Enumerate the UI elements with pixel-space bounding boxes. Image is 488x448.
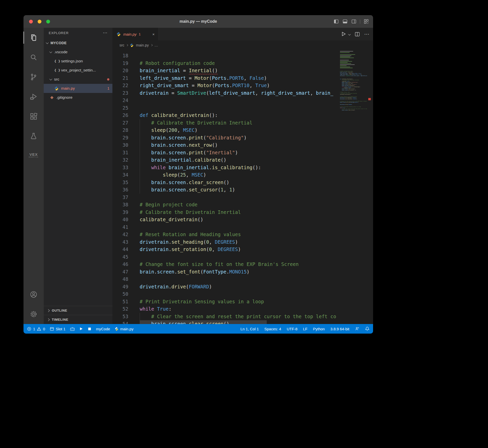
explorer-more-actions-icon[interactable]: ⋯ bbox=[103, 30, 108, 36]
project-name[interactable]: myCode bbox=[96, 327, 110, 331]
code-line[interactable]: 47brain.screen.set_font(FontType.MONO15) bbox=[112, 268, 373, 276]
code-line[interactable]: 29 brain.screen.print("Calibrating") bbox=[112, 134, 373, 142]
code-line[interactable]: 33 while brain_inertial.is_calibrating()… bbox=[112, 164, 373, 171]
code-line[interactable]: 41 bbox=[112, 223, 373, 231]
code-line[interactable]: 20brain_inertial = Inertial() bbox=[112, 67, 373, 74]
breadcrumb-main-py[interactable]: main.py bbox=[130, 43, 149, 47]
code-line[interactable]: 43drivetrain.set_heading(0, DEGREES) bbox=[112, 238, 373, 246]
code-line[interactable]: 54 brain.screen.clear_screen() bbox=[112, 320, 373, 324]
code-lines: 1819# Robot configuration code20brain_in… bbox=[112, 50, 373, 324]
code-token: brain bbox=[151, 135, 166, 140]
code-line[interactable]: 32 brain_inertial.calibrate() bbox=[112, 156, 373, 164]
code-line[interactable]: 50 bbox=[112, 290, 373, 298]
code-line[interactable]: 48 bbox=[112, 276, 373, 283]
zoom-window-button[interactable] bbox=[46, 20, 50, 23]
activity-extensions[interactable] bbox=[23, 107, 44, 126]
tree-file-main-py[interactable]: main.py 1 bbox=[44, 84, 112, 93]
feedback-person-icon[interactable] bbox=[355, 327, 359, 331]
code-line[interactable]: 39# Calibrate the Drivetrain Inertial bbox=[112, 209, 373, 216]
activity-run-debug[interactable] bbox=[23, 87, 44, 107]
activity-source-control[interactable] bbox=[23, 67, 44, 87]
code-line[interactable]: 40calibrate_drivetrain() bbox=[112, 216, 373, 223]
activity-explorer[interactable] bbox=[23, 28, 44, 47]
run-dropdown-chevron-icon[interactable] bbox=[348, 33, 351, 35]
code-line[interactable]: 45 bbox=[112, 253, 373, 261]
code-line[interactable]: 36 brain.screen.set_cursor(1, 1) bbox=[112, 186, 373, 194]
toggle-secondary-sidebar-icon[interactable] bbox=[351, 19, 357, 24]
code-line[interactable]: 23drivetrain = SmartDrive(left_drive_sma… bbox=[112, 89, 373, 97]
tree-folder-vscode[interactable]: .vscode bbox=[44, 47, 112, 57]
code-line[interactable]: 35 brain.screen.clear_screen() bbox=[112, 179, 373, 186]
active-file[interactable]: main.py bbox=[115, 327, 134, 331]
timeline-section[interactable]: TIMELINE bbox=[44, 315, 112, 324]
vex-brain-button[interactable] bbox=[70, 327, 75, 331]
code-line[interactable]: 26def calibrate_drivetrain(): bbox=[112, 112, 373, 119]
tree-folder-src[interactable]: src bbox=[44, 75, 112, 84]
eol-sequence[interactable]: LF bbox=[303, 327, 308, 331]
minimap[interactable]: # Robot configuration codebrain_inertial… bbox=[338, 50, 368, 324]
code-line[interactable]: 24 bbox=[112, 97, 373, 104]
code-token: right_drive_smart bbox=[140, 83, 189, 88]
breadcrumb-src[interactable]: src bbox=[119, 43, 124, 47]
code-line[interactable]: 21left_drive_smart = Motor(Ports.PORT6, … bbox=[112, 74, 373, 82]
activity-testing[interactable] bbox=[23, 126, 44, 146]
code-line[interactable]: 49drivetrain.drive(FORWARD) bbox=[112, 283, 373, 291]
code-line[interactable]: 37 bbox=[112, 194, 373, 201]
run-file-button[interactable] bbox=[340, 31, 347, 37]
code-line[interactable]: 51# Print Drivetrain Sensing values in a… bbox=[112, 298, 373, 306]
code-line[interactable]: 30 brain.screen.next_row() bbox=[112, 141, 373, 149]
indentation[interactable]: Spaces: 4 bbox=[264, 327, 281, 331]
python-interpreter[interactable]: 3.8.9 64-bit bbox=[330, 327, 349, 331]
activity-account[interactable] bbox=[23, 285, 44, 304]
stop-button[interactable] bbox=[88, 327, 91, 331]
cursor-position[interactable]: Ln 1, Col 1 bbox=[240, 327, 259, 331]
code-line[interactable]: 27 # Calibrate the Drivetrain Inertial bbox=[112, 119, 373, 127]
code-line[interactable]: 46# Change the font size to fit on the E… bbox=[112, 261, 373, 268]
scrollbar[interactable] bbox=[368, 50, 373, 324]
customize-layout-icon[interactable] bbox=[363, 19, 369, 24]
tab-main-py[interactable]: main.py 1 × bbox=[112, 28, 158, 40]
code-line[interactable]: 52while True: bbox=[112, 305, 373, 313]
tree-root-mycode[interactable]: MYCODE bbox=[44, 38, 112, 47]
toggle-panel-icon[interactable] bbox=[342, 19, 348, 24]
code-line[interactable]: 28 sleep(200, MSEC) bbox=[112, 127, 373, 134]
activity-settings[interactable] bbox=[23, 304, 44, 324]
code-line[interactable]: 53 # Clear the screen and reset the prin… bbox=[112, 313, 373, 320]
slot-selector[interactable]: Slot 1 bbox=[50, 327, 65, 331]
close-icon[interactable]: × bbox=[152, 32, 155, 36]
code-token bbox=[140, 172, 163, 178]
outline-section[interactable]: OUTLINE bbox=[44, 306, 112, 315]
code-line[interactable]: 25 bbox=[112, 104, 373, 112]
code-token: MONO15 bbox=[229, 269, 247, 275]
code-line[interactable]: 22right_drive_smart = Motor(Ports.PORT10… bbox=[112, 82, 373, 89]
language-mode[interactable]: Python bbox=[313, 327, 325, 331]
code-line[interactable]: 19# Robot configuration code bbox=[112, 60, 373, 67]
problems-indicator[interactable]: 1 0 bbox=[27, 327, 45, 331]
activity-search[interactable] bbox=[23, 47, 44, 67]
split-editor-icon[interactable] bbox=[354, 31, 360, 37]
encoding[interactable]: UTF-8 bbox=[287, 327, 298, 331]
code-line[interactable]: 34 sleep(25, MSEC) bbox=[112, 171, 373, 179]
run-project-button[interactable] bbox=[79, 327, 83, 331]
notifications-bell-icon[interactable] bbox=[365, 327, 370, 331]
code-line[interactable]: 18 bbox=[112, 52, 373, 60]
toggle-sidebar-icon[interactable] bbox=[333, 19, 339, 24]
code-token: brain_inertial bbox=[151, 157, 192, 163]
titlebar: main.py — myCode bbox=[23, 15, 373, 28]
tree-file-vex-project-settings[interactable]: { } vex_project_settin... bbox=[44, 66, 112, 75]
breadcrumb-symbol[interactable]: … bbox=[154, 43, 158, 47]
code-line[interactable]: 44drivetrain.set_rotation(0, DEGREES) bbox=[112, 246, 373, 253]
tree-file-gitignore[interactable]: .gitignore bbox=[44, 93, 112, 102]
tree-file-settings-json[interactable]: { } settings.json bbox=[44, 57, 112, 66]
code-token: 1 bbox=[229, 187, 232, 192]
code-token: ( bbox=[166, 127, 168, 133]
code-line[interactable]: 38# Begin project code bbox=[112, 201, 373, 209]
code-token: () bbox=[221, 157, 226, 163]
more-actions-icon[interactable]: ⋯ bbox=[364, 31, 370, 37]
activity-vex[interactable]: VEXROBOTICS bbox=[23, 146, 44, 166]
close-window-button[interactable] bbox=[29, 20, 33, 23]
minimize-window-button[interactable] bbox=[38, 20, 41, 23]
code-line[interactable]: 42# Reset Rotation and Heading values bbox=[112, 231, 373, 238]
code-editor[interactable]: 1819# Robot configuration code20brain_in… bbox=[112, 50, 373, 324]
code-line[interactable]: 31 brain.screen.print("Inertial") bbox=[112, 149, 373, 157]
